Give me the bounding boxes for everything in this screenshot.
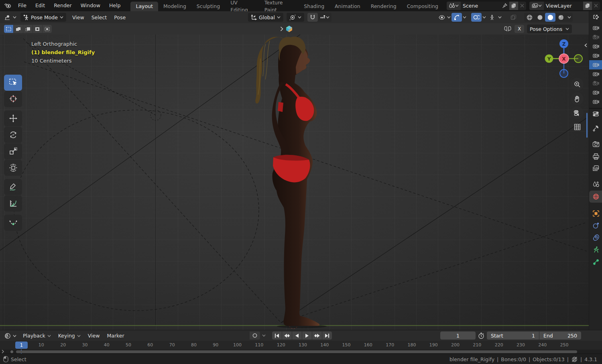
chevron-down-icon[interactable] xyxy=(482,16,486,18)
viewport-menu-pose[interactable]: Pose xyxy=(110,14,129,20)
scene-name[interactable]: Scene xyxy=(461,2,500,10)
chevron-down-icon[interactable] xyxy=(498,16,502,18)
tool-cursor-button[interactable] xyxy=(4,91,22,107)
current-frame-field[interactable]: 1 xyxy=(440,331,476,340)
select-mode-invert-button[interactable] xyxy=(33,25,42,33)
toggle-perspective-button[interactable] xyxy=(571,120,584,133)
select-mode-intersect-button[interactable] xyxy=(43,25,52,33)
object-properties-tab[interactable] xyxy=(589,207,602,220)
outliner-camera-row-9[interactable] xyxy=(589,97,602,106)
pin-scene-button[interactable] xyxy=(500,2,509,10)
snap-toggle[interactable] xyxy=(307,13,318,22)
navigation-gizmo[interactable]: Z Y X xyxy=(544,39,584,79)
workspace-tab-modeling[interactable]: Modeling xyxy=(158,2,191,11)
jump-to-end-button[interactable] xyxy=(322,331,332,340)
mode-selector[interactable]: Pose Mode xyxy=(20,13,66,22)
expand-channels-chevron[interactable] xyxy=(1,350,5,354)
show-overlays-toggle[interactable] xyxy=(471,13,482,22)
outliner-camera-row-4[interactable] xyxy=(589,51,602,60)
timeline-menu-keying[interactable]: Keying xyxy=(55,333,84,339)
shading-wireframe-button[interactable] xyxy=(524,13,535,22)
viewlayer-name[interactable]: ViewLayer xyxy=(544,2,583,10)
play-button[interactable] xyxy=(302,331,312,340)
delete-viewlayer-button[interactable] xyxy=(592,2,600,10)
object-data-properties-tab[interactable] xyxy=(589,244,602,256)
world-properties-tab[interactable] xyxy=(589,191,602,203)
workspace-tab-shading[interactable]: Shading xyxy=(299,2,329,11)
pose-options-dropdown[interactable]: Pose Options xyxy=(527,24,572,33)
shading-material-button[interactable] xyxy=(545,13,555,22)
timeline-menu-playback[interactable]: Playback xyxy=(19,333,55,339)
tool-move-button[interactable] xyxy=(4,110,22,126)
constraints-properties-tab[interactable] xyxy=(589,232,602,244)
viewport-menu-view[interactable]: View xyxy=(69,14,88,20)
next-keyframe-button[interactable] xyxy=(312,331,322,340)
sidebar-collapse-toggle[interactable] xyxy=(583,42,588,49)
output-properties-tab[interactable] xyxy=(589,150,602,163)
play-reverse-button[interactable] xyxy=(292,331,302,340)
show-gizmo-toggle[interactable] xyxy=(452,13,462,22)
pivot-point-selector[interactable] xyxy=(287,13,304,22)
shading-rendered-button[interactable] xyxy=(555,13,566,22)
browse-scene-button[interactable] xyxy=(447,2,461,10)
tool-scale-button[interactable] xyxy=(4,143,22,159)
visibility-dropdown[interactable] xyxy=(437,13,446,22)
outliner-camera-row-7-disabled[interactable] xyxy=(589,79,602,88)
new-viewlayer-button[interactable] xyxy=(583,2,592,10)
topbar-menu-help[interactable]: Help xyxy=(105,0,125,11)
outliner-camera-row-5-selected[interactable] xyxy=(589,60,602,69)
region-scrollbar[interactable] xyxy=(586,113,588,138)
topbar-menu-window[interactable]: Window xyxy=(76,0,105,11)
breadcrumb-expand-chevron[interactable] xyxy=(280,26,283,31)
outliner-camera-row-1[interactable] xyxy=(589,23,602,33)
pan-hand-button[interactable] xyxy=(571,92,584,105)
view-layer-properties-tab[interactable] xyxy=(589,163,602,175)
tool-transform-button[interactable] xyxy=(4,160,22,176)
tool-rotate-button[interactable] xyxy=(4,127,22,143)
gizmo-y-negative-axis[interactable] xyxy=(574,55,582,63)
blender-logo-icon[interactable] xyxy=(4,3,11,8)
toggle-xray-button[interactable] xyxy=(508,13,519,22)
new-scene-button[interactable] xyxy=(509,2,518,10)
tool-pose-breakdowner-button[interactable] xyxy=(4,215,22,231)
gizmo-z-negative-axis[interactable] xyxy=(560,69,568,77)
tool-select-box-button[interactable] xyxy=(4,75,22,91)
select-mode-extend-button[interactable] xyxy=(14,25,23,33)
chevron-down-icon[interactable] xyxy=(566,16,573,18)
auto-keying-dropdown[interactable] xyxy=(260,331,267,340)
shading-solid-button[interactable] xyxy=(535,13,545,22)
select-mode-set-button[interactable] xyxy=(4,25,13,33)
outliner-camera-row-3[interactable] xyxy=(589,42,602,51)
outliner-camera-row-6[interactable] xyxy=(589,69,602,79)
snap-settings-selector[interactable] xyxy=(318,13,332,22)
workspace-tab-rendering[interactable]: Rendering xyxy=(366,2,402,11)
scene-properties-tab[interactable] xyxy=(589,179,602,191)
frame-start-field[interactable]: Start 1 xyxy=(487,331,539,340)
select-mode-subtract-button[interactable] xyxy=(23,25,33,33)
editor-type-3d-viewport-button[interactable] xyxy=(2,13,18,22)
timeline-ruler[interactable]: 1 10203040506070809010011012013014015016… xyxy=(0,341,602,350)
timeline-menu-view[interactable]: View xyxy=(84,333,104,339)
tool-measure-button[interactable] xyxy=(4,195,22,211)
tool-annotate-button[interactable] xyxy=(4,179,22,195)
chevron-down-icon[interactable] xyxy=(447,16,451,18)
outliner-camera-row-8[interactable] xyxy=(589,88,602,97)
timeline-editor-type-button[interactable] xyxy=(3,331,18,340)
bone-properties-tab[interactable] xyxy=(589,256,602,268)
frame-end-field[interactable]: End 250 xyxy=(539,331,581,340)
workspace-tab-sculpting[interactable]: Sculpting xyxy=(191,2,225,11)
viewport-menu-select[interactable]: Select xyxy=(88,14,111,20)
topbar-menu-render[interactable]: Render xyxy=(49,0,76,11)
delete-scene-button[interactable] xyxy=(518,2,526,10)
browse-viewlayer-button[interactable] xyxy=(529,2,544,10)
playhead-current-frame[interactable]: 1 xyxy=(15,342,28,349)
previous-keyframe-button[interactable] xyxy=(282,331,292,340)
physics-properties-tab[interactable] xyxy=(589,220,602,232)
use-preview-range-toggle[interactable] xyxy=(478,332,484,339)
auto-keying-toggle[interactable] xyxy=(250,331,260,340)
mirror-x-toggle[interactable]: X xyxy=(515,25,524,33)
render-properties-tab[interactable] xyxy=(589,138,602,150)
properties-editor-button[interactable] xyxy=(589,109,602,119)
outliner-editor-button[interactable] xyxy=(589,11,602,22)
pose-display-dropdown[interactable] xyxy=(487,13,497,22)
